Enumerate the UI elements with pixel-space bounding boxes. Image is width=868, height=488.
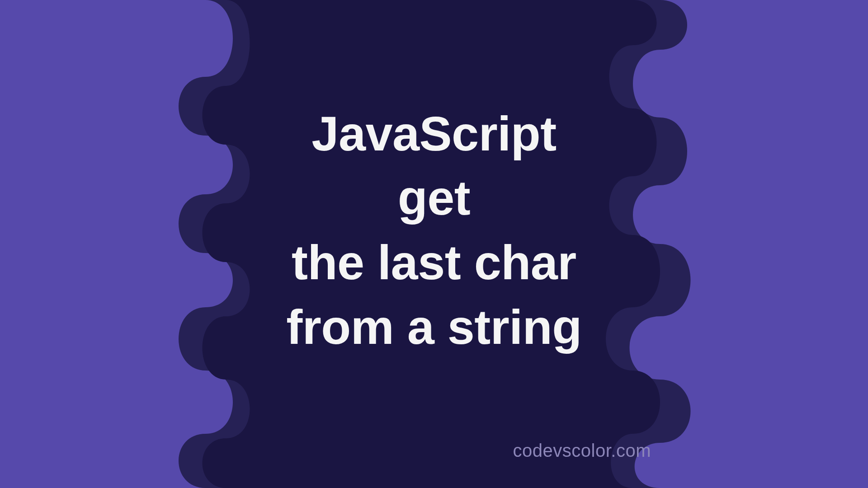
title-line-3: the last char: [286, 230, 582, 295]
title-line-2: get: [286, 166, 582, 230]
hero-title: JavaScript get the last char from a stri…: [286, 102, 582, 359]
hero-card: JavaScript get the last char from a stri…: [0, 0, 868, 488]
title-line-4: from a string: [286, 295, 582, 360]
title-line-1: JavaScript: [286, 102, 582, 166]
attribution-text: codevscolor.com: [513, 441, 651, 461]
